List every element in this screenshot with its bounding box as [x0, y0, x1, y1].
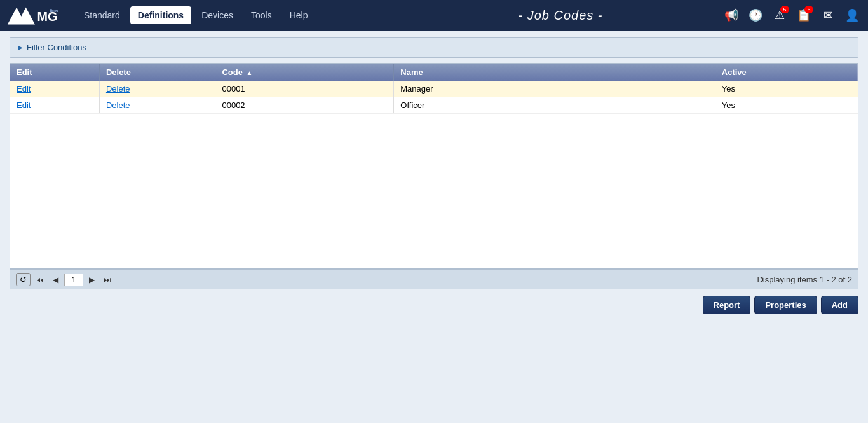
col-header-code[interactable]: Code ▲	[215, 64, 394, 81]
delete-button[interactable]: Delete	[106, 101, 130, 110]
col-header-active[interactable]: Active	[715, 64, 858, 81]
code-cell: 00001	[215, 81, 394, 97]
refresh-button[interactable]: ↺	[16, 273, 31, 286]
clock-icon[interactable]: 🕐	[746, 6, 765, 25]
report-button[interactable]: Report	[703, 296, 751, 314]
table-header: Edit Delete Code ▲ Name Active	[10, 64, 858, 81]
toolbar-icons: 📢 🕐 ⚠5 📋6 ✉ 👤	[722, 6, 862, 25]
nav-definitions[interactable]: Definitions	[130, 6, 191, 24]
alert-badge: 5	[780, 6, 789, 13]
table-row: EditDelete00001ManagerYes	[10, 81, 858, 97]
active-cell: Yes	[715, 81, 858, 97]
active-cell: Yes	[715, 97, 858, 114]
calendar-badge: 6	[804, 6, 813, 13]
add-button[interactable]: Add	[821, 296, 858, 314]
properties-button[interactable]: Properties	[754, 296, 817, 314]
calendar-icon[interactable]: 📋6	[794, 6, 813, 25]
code-cell: 00002	[215, 97, 394, 114]
action-bar: Report Properties Add	[10, 289, 858, 317]
name-cell: Officer	[394, 97, 715, 114]
main-nav: Standard Definitions Devices Tools Help	[76, 6, 399, 24]
table-row: EditDelete00002OfficerYes	[10, 97, 858, 114]
last-page-button[interactable]: ⏭	[100, 274, 114, 286]
main-content: ▶ Filter Conditions Edit Delete Code ▲ N…	[0, 31, 868, 324]
filter-arrow-icon: ▶	[18, 44, 23, 51]
next-page-button[interactable]: ▶	[86, 274, 98, 286]
edit-button[interactable]: Edit	[17, 101, 31, 110]
col-header-edit[interactable]: Edit	[10, 64, 99, 81]
table-scroll-area[interactable]: EditDelete00001ManagerYesEditDelete00002…	[10, 81, 858, 268]
megaphone-icon[interactable]: 📢	[722, 6, 741, 25]
filter-conditions-label: Filter Conditions	[27, 43, 86, 52]
job-codes-table-container: Edit Delete Code ▲ Name Active EditDelet…	[10, 63, 858, 269]
logo[interactable]: MG time	[6, 4, 64, 27]
job-codes-data-table: EditDelete00001ManagerYesEditDelete00002…	[10, 81, 858, 114]
nav-help[interactable]: Help	[282, 6, 316, 24]
delete-button[interactable]: Delete	[106, 84, 130, 94]
svg-marker-0	[8, 7, 35, 24]
first-page-button[interactable]: ⏮	[33, 274, 47, 286]
nav-tools[interactable]: Tools	[243, 6, 280, 24]
filter-conditions-bar[interactable]: ▶ Filter Conditions	[10, 37, 858, 58]
prev-page-button[interactable]: ◀	[50, 274, 62, 286]
sort-asc-icon: ▲	[247, 69, 253, 76]
name-cell: Manager	[394, 81, 715, 97]
navbar: MG time Standard Definitions Devices Too…	[0, 0, 868, 31]
nav-devices[interactable]: Devices	[194, 6, 241, 24]
edit-button[interactable]: Edit	[17, 84, 31, 94]
page-number-input[interactable]	[64, 274, 83, 286]
col-header-name[interactable]: Name	[394, 64, 715, 81]
page-title: - Job Codes -	[399, 8, 722, 23]
pagination-info: Displaying items 1 - 2 of 2	[757, 275, 852, 284]
alert-icon[interactable]: ⚠5	[770, 6, 789, 25]
col-header-delete[interactable]: Delete	[99, 64, 215, 81]
nav-standard[interactable]: Standard	[76, 6, 128, 24]
user-icon[interactable]: 👤	[843, 6, 862, 25]
pagination-bar: ↺ ⏮ ◀ ▶ ⏭ Displaying items 1 - 2 of 2	[10, 269, 858, 289]
mail-icon[interactable]: ✉	[818, 6, 837, 25]
svg-text:time: time	[50, 8, 58, 13]
